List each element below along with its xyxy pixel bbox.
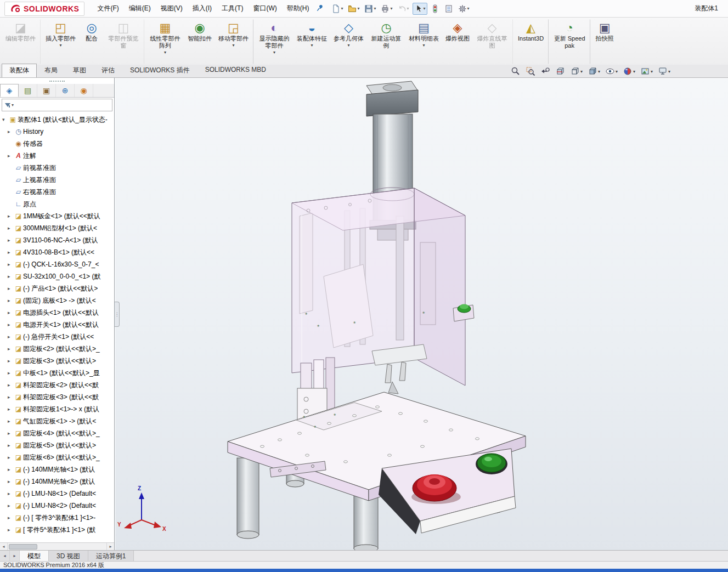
section-view-icon[interactable] [555, 66, 566, 77]
tree-item[interactable]: ▸ (固定) 底板<1> -> (默认< [0, 295, 114, 307]
tree-item[interactable]: ▸ (-) [ 零件3^装配体1 ]<1>- [0, 512, 114, 524]
tree-expander-icon[interactable]: ▸ [8, 286, 14, 291]
gripper[interactable] [372, 344, 427, 394]
tree-expander-icon[interactable]: ▸ [8, 250, 14, 255]
tree-item[interactable]: ▸ 1MM钣金<1> (默认<<默认 [0, 210, 114, 222]
ribbon-button[interactable]: ◷ 新建运动算例 ▾ [367, 19, 405, 64]
tree-item[interactable]: ▸ 中板<1> (默认<<默认>_显 [0, 367, 114, 379]
apply-scene-icon[interactable]: ▾ [640, 66, 653, 77]
menu-item[interactable]: 窗口(W) [248, 1, 281, 16]
ribbon-button[interactable]: ◐ 显示隐藏的零部件 ▾ [255, 19, 294, 64]
tree-item[interactable]: ▸ 料架固定板1<1>-> x (默认 [0, 403, 114, 415]
tree-item[interactable]: ▸ 料架固定板<2> (默认<<默 [0, 379, 114, 391]
ribbon-button[interactable]: ◫ 零部件预览窗 ▾ [104, 19, 144, 64]
property-manager-tab-icon[interactable]: ▤ [19, 84, 37, 97]
tab-scroll-right-icon[interactable]: ▸ [10, 551, 20, 561]
ribbon-button[interactable]: ◒ 装配体特征 ▾ [294, 19, 330, 64]
tree-item[interactable]: ▸ [ 零件5^装配体1 ]<1> (默 [0, 524, 114, 536]
ribbon-button[interactable]: ◇ 爆炸直线草图 ▾ [473, 19, 513, 64]
zoom-to-area-icon[interactable] [525, 66, 536, 77]
menu-item[interactable]: 工具(T) [217, 1, 248, 16]
tree-expander-icon[interactable]: ▸ [8, 153, 14, 158]
ribbon-button[interactable]: ◎ 配合 ▾ [79, 19, 104, 64]
ribbon-button[interactable]: ▦ 线性零部件阵列 ▾ [146, 19, 184, 64]
ribbon-button[interactable]: ◭ Instant3D ▾ [515, 19, 549, 64]
command-tab[interactable]: 草图 [65, 64, 94, 77]
ribbon-button[interactable]: ▣ 拍快照 ▾ [592, 19, 617, 64]
tree-item[interactable]: ▸ (-) 产品<1> (默认<<默认> [0, 282, 114, 295]
tree-item[interactable]: ▸ History [0, 126, 114, 138]
ribbon-button[interactable]: ▤ 材料明细表 ▾ [405, 19, 442, 64]
ribbon-button[interactable]: ◈ 爆炸视图 ▾ [442, 19, 473, 64]
tree-expander-icon[interactable]: ▸ [8, 431, 14, 436]
tree-horizontal-scrollbar[interactable]: ◂ ▸ [0, 542, 114, 550]
options-list-button[interactable] [443, 3, 455, 15]
tree-item[interactable]: ▸ 电源开关<1> (默认<<默认 [0, 319, 114, 331]
save-button[interactable]: ▾ [363, 3, 377, 15]
ribbon-button[interactable]: ◪ 编辑零部件 ▾ [2, 19, 41, 64]
scrollbar-thumb[interactable] [9, 544, 37, 550]
tree-expander-icon[interactable]: ▸ [8, 274, 14, 279]
menu-item[interactable]: 视图(V) [156, 1, 188, 16]
start-button[interactable] [476, 454, 507, 474]
tree-item[interactable]: ▸ (-) LMU-N8<1> (Default< [0, 488, 114, 500]
tree-expander-icon[interactable]: ▸ [8, 406, 14, 412]
tree-expander-icon[interactable]: ▸ [8, 382, 14, 388]
tree-expander-icon[interactable]: ▸ [8, 358, 14, 364]
ribbon-button[interactable]: ◇ 参考几何体 ▾ [330, 19, 367, 64]
settings-gear-button[interactable]: ▾ [456, 3, 471, 15]
tree-expander-icon[interactable]: ▸ [8, 479, 14, 484]
tree-item[interactable]: ▸ (-) QCK-L-16x30-S_0-7_< [0, 258, 114, 270]
menu-item[interactable]: 文件(F) [92, 1, 123, 16]
tree-item[interactable]: 右视基准面 [0, 186, 114, 198]
tree-item[interactable]: ▸ 注解 [0, 150, 114, 162]
tree-item[interactable]: ▸ (-) LMU-N8<2> (Default< [0, 500, 114, 512]
tree-item[interactable]: 原点 [0, 198, 114, 210]
assembly-3d-model[interactable]: *** *** * Z Y X [115, 78, 728, 550]
dimxpert-tab-icon[interactable]: ⊕ [56, 84, 75, 97]
tree-expander-icon[interactable]: ▸ [8, 455, 14, 460]
select-tool-button[interactable]: ▾ [413, 3, 427, 15]
command-tab[interactable]: SOLIDWORKS MBD [197, 64, 274, 77]
tree-item[interactable]: 上视基准面 [0, 174, 114, 186]
view-orientation-icon[interactable]: ▾ [569, 66, 583, 77]
tree-item[interactable]: ▸ 固定板<3> (默认<<默认> [0, 355, 114, 367]
zoom-to-fit-icon[interactable] [510, 66, 521, 77]
tree-item[interactable]: ▸ (-) 急停开关<1> (默认<< [0, 331, 114, 343]
command-tab[interactable]: SOLIDWORKS 插件 [122, 64, 197, 77]
tree-expander-icon[interactable]: ▸ [8, 503, 14, 508]
tree-expander-icon[interactable]: ▸ [8, 129, 14, 134]
tree-expander-icon[interactable]: ▸ [8, 515, 14, 520]
rebuild-button[interactable] [429, 3, 441, 15]
print-button[interactable]: ▾ [379, 3, 394, 15]
model-tab[interactable]: 运动算例1 [88, 551, 134, 561]
display-manager-tab-icon[interactable]: ◉ [75, 84, 93, 97]
tree-expander-icon[interactable]: ▸ [8, 298, 14, 303]
tree-item[interactable]: ▸ 电源插头<1> (默认<<默认 [0, 307, 114, 319]
tree-expander-icon[interactable]: ▸ [8, 225, 14, 231]
command-tab[interactable]: 评估 [94, 64, 122, 77]
tree-expander-icon[interactable]: ▸ [8, 418, 14, 424]
undo-button[interactable]: ▾ [396, 3, 411, 15]
ribbon-button[interactable]: ◲ 移动零部件 ▾ [215, 19, 253, 64]
tree-item[interactable]: ▾ 装配体1 (默认<默认_显示状态- [0, 114, 114, 126]
tree-item[interactable]: ▸ (-) 140MM光轴<2> (默认 [0, 475, 114, 488]
tree-item[interactable]: ▸ 固定板<5> (默认<<默认> [0, 439, 114, 451]
tree-item[interactable]: ▸ 料架固定板<3> (默认<<默 [0, 391, 114, 403]
tree-expander-icon[interactable]: ▸ [8, 334, 14, 339]
scroll-left-arrow-icon[interactable]: ◂ [0, 543, 8, 550]
tree-expander-icon[interactable]: ▸ [8, 237, 14, 243]
command-tab[interactable]: 布局 [37, 64, 65, 77]
tree-item[interactable]: 传感器 [0, 138, 114, 150]
tree-expander-icon[interactable]: ▸ [8, 394, 14, 400]
pin-toolbar-icon[interactable] [316, 4, 324, 14]
view-settings-icon[interactable]: ▾ [657, 66, 671, 77]
menu-item[interactable]: 编辑(E) [124, 1, 156, 16]
tree-filter[interactable]: ▾ [2, 99, 112, 111]
tab-scroll-left-icon[interactable]: ◂ [0, 551, 10, 561]
configuration-manager-tab-icon[interactable]: ▣ [37, 84, 56, 97]
tree-expander-icon[interactable]: ▸ [8, 310, 14, 315]
tree-item[interactable]: ▸ 300MM铝型材<1> (默认< [0, 222, 114, 234]
tree-item[interactable]: ▸ SU-32x100_0-0-0_<1> (默 [0, 270, 114, 282]
ribbon-button[interactable]: ◔ 更新 Speedpak ▾ [550, 19, 590, 64]
